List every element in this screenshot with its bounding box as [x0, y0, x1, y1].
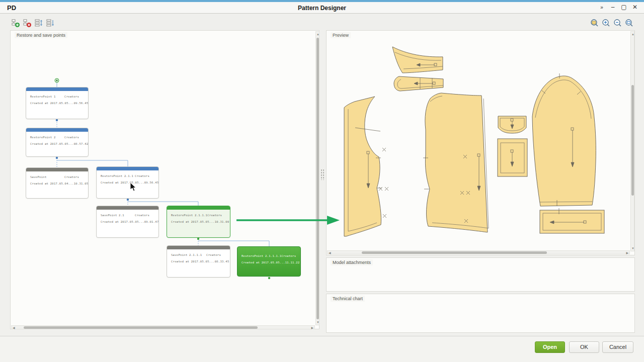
- footer-bar: Open OK Cancel: [0, 336, 644, 362]
- vscroll-thumb[interactable]: [631, 85, 634, 196]
- node-header: [167, 246, 230, 249]
- node-body: RestorePoint 2.1.1.1CreatorsCreated at 2…: [167, 210, 230, 223]
- model-attachments-title: Model attachments: [331, 259, 373, 265]
- cancel-button[interactable]: Cancel: [602, 341, 633, 353]
- scroll-right-arrow[interactable]: ▶: [626, 251, 628, 254]
- collapse-all-icon[interactable]: [46, 19, 55, 28]
- pattern-cuff: [540, 210, 604, 233]
- restore-node-savepoint[interactable]: SavePointCreatorsCreated at 2017.05.04..…: [26, 167, 89, 199]
- titlebar[interactable]: PD Pattern Designer » – ▢ ✕: [0, 2, 644, 14]
- node-type-label: Creators: [281, 254, 296, 257]
- node-body: SavePoint 2.1.1.1CreatorsCreated at 2017…: [167, 249, 230, 263]
- zoom-fit-icon[interactable]: [590, 19, 599, 28]
- scroll-up-arrow[interactable]: ▲: [316, 33, 319, 36]
- model-attachments-panel: Model attachments: [326, 257, 635, 292]
- pattern-collar-piece: [392, 47, 443, 73]
- scroll-right-arrow[interactable]: ▶: [311, 326, 313, 329]
- zoom-in-icon[interactable]: [602, 19, 610, 28]
- restore-node-savepoint-2-1-1-1[interactable]: SavePoint 2.1.1.1CreatorsCreated at 2017…: [167, 245, 230, 278]
- node-created-label: Created at 2017.05.05...08.33.45: [171, 260, 226, 263]
- node-title: RestorePoint 1: [30, 95, 56, 98]
- restore-node-restorepoint-2-1-1[interactable]: RestorePoint 2.1.1CreatorsCreated at 201…: [96, 166, 159, 199]
- node-header: [26, 168, 88, 171]
- node-header: [97, 206, 158, 210]
- delete-restore-point-icon[interactable]: [23, 19, 32, 28]
- pattern-sleeve: [532, 76, 596, 206]
- node-type-label: Creators: [64, 175, 79, 178]
- restore-node-restorepoint-2-1-1-1-1[interactable]: RestorePoint 2.1.1.1.1CreatorsCreated at…: [237, 246, 301, 277]
- pattern-pocket: [498, 139, 527, 176]
- scroll-up-arrow[interactable]: ▲: [631, 33, 634, 36]
- node-type-label: Creators: [64, 95, 79, 98]
- pattern-front-right: [425, 93, 488, 232]
- scroll-down-arrow[interactable]: ▼: [631, 247, 634, 250]
- zoom-selection-icon[interactable]: [625, 19, 633, 28]
- ok-button[interactable]: OK: [569, 341, 599, 353]
- pattern-designer-window: PD Pattern Designer » – ▢ ✕: [0, 0, 644, 362]
- left-panel-hscrollbar[interactable]: ◀ ▶: [11, 325, 315, 329]
- zoom-out-icon[interactable]: [613, 19, 622, 28]
- scroll-left-arrow[interactable]: ◀: [329, 251, 331, 254]
- node-type-label: Creators: [207, 214, 222, 217]
- node-title: SavePoint 2.1.1.1: [171, 253, 202, 256]
- node-header: [26, 128, 88, 132]
- node-title: SavePoint 2.1: [101, 214, 124, 217]
- pattern-pieces-drawing: [327, 31, 634, 249]
- node-type-label: Creators: [206, 253, 221, 256]
- node-header: [237, 247, 300, 250]
- node-type-label: Creators: [135, 214, 149, 217]
- node-type-label: Creators: [64, 136, 79, 139]
- restore-node-savepoint-2-1[interactable]: SavePoint 2.1CreatorsCreated at 2017.05.…: [96, 206, 159, 238]
- node-title: RestorePoint 2: [30, 136, 56, 139]
- node-type-label: Creators: [135, 174, 149, 177]
- restore-node-restorepoint-2-1-1-1[interactable]: RestorePoint 2.1.1.1CreatorsCreated at 2…: [167, 206, 230, 238]
- node-created-label: Created at 2017.05.05...11.11.22: [242, 261, 296, 264]
- expand-all-icon[interactable]: [35, 19, 43, 28]
- vscroll-thumb[interactable]: [316, 38, 319, 319]
- scroll-down-arrow[interactable]: ▼: [316, 321, 319, 324]
- node-title: RestorePoint 2.1.1: [101, 174, 133, 177]
- toolbar: [0, 14, 644, 30]
- add-restore-point-icon[interactable]: [12, 19, 20, 28]
- node-created-label: Created at 2017.05.05...09.56.45: [30, 102, 84, 105]
- hscroll-thumb[interactable]: [24, 326, 258, 329]
- panel-splitter[interactable]: [320, 169, 325, 180]
- pattern-front-left: [344, 97, 381, 236]
- node-body: RestorePoint 2.1.1.1.1CreatorsCreated at…: [237, 250, 300, 264]
- scroll-left-arrow[interactable]: ◀: [13, 326, 15, 329]
- hscroll-thumb[interactable]: [362, 251, 547, 254]
- window-title: Pattern Designer: [0, 5, 644, 12]
- node-body: SavePointCreatorsCreated at 2017.05.04..…: [26, 171, 88, 185]
- technical-chart-title: Technical chart: [331, 296, 365, 302]
- preview-panel: Preview: [326, 30, 635, 255]
- node-body: RestorePoint 2.1.1CreatorsCreated at 201…: [97, 170, 158, 184]
- overflow-menu-button[interactable]: »: [597, 5, 607, 10]
- node-title: RestorePoint 2.1.1.1.1: [242, 254, 281, 257]
- minimize-button[interactable]: –: [608, 4, 618, 11]
- node-header: [167, 206, 230, 210]
- restore-node-restorepoint-1[interactable]: RestorePoint 1CreatorsCreated at 2017.05…: [26, 87, 89, 119]
- mouse-cursor: [130, 182, 137, 192]
- node-title: SavePoint: [30, 175, 47, 178]
- node-created-label: Created at 2017.05.05...10.31.00: [171, 220, 226, 223]
- node-created-label: Created at 2017.05.04...10.31.05: [30, 182, 84, 185]
- preview-hscrollbar[interactable]: ◀ ▶: [327, 250, 630, 254]
- node-title: RestorePoint 2.1.1.1: [171, 214, 207, 217]
- node-header: [97, 167, 158, 170]
- node-created-label: Created at 2017.05.05...09.01.47: [101, 220, 154, 223]
- node-body: RestorePoint 1CreatorsCreated at 2017.05…: [26, 91, 88, 105]
- restore-node-restorepoint-2[interactable]: RestorePoint 2CreatorsCreated at 2017.05…: [26, 128, 89, 157]
- selection-arrow: [234, 215, 342, 225]
- node-body: SavePoint 2.1CreatorsCreated at 2017.05.…: [97, 210, 158, 223]
- node-header: [26, 87, 88, 91]
- node-created-label: Created at 2017.05.05...09.56.45: [101, 181, 154, 184]
- close-button[interactable]: ✕: [630, 4, 640, 11]
- left-panel-vscrollbar[interactable]: ▲ ▼: [315, 31, 319, 325]
- maximize-button[interactable]: ▢: [619, 4, 629, 11]
- pattern-collar-band: [394, 76, 443, 91]
- node-created-label: Created at 2017.05.05...08.57.42: [30, 142, 84, 145]
- node-body: RestorePoint 2CreatorsCreated at 2017.05…: [26, 132, 88, 145]
- restore-tree: RestorePoint 1CreatorsCreated at 2017.05…: [11, 31, 319, 329]
- preview-vscrollbar[interactable]: ▲ ▼: [630, 31, 634, 251]
- open-button[interactable]: Open: [535, 341, 565, 353]
